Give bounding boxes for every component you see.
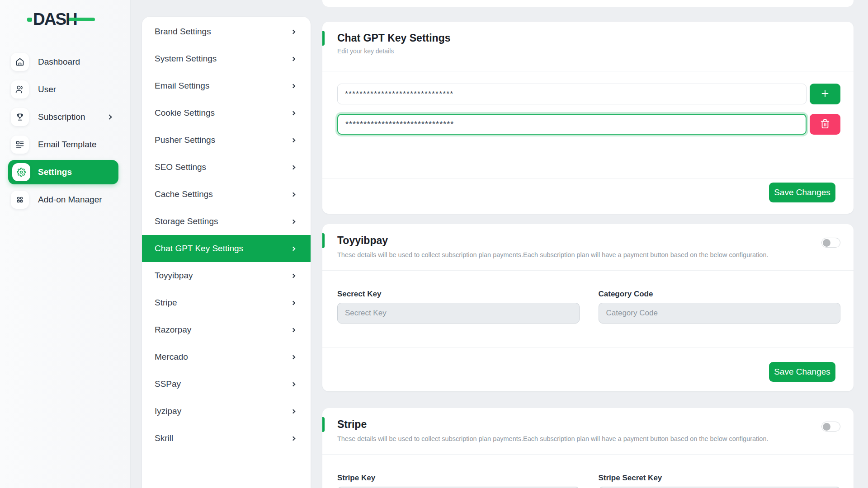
field-label: Secrect Key xyxy=(337,290,580,299)
chevron-right-icon xyxy=(291,246,296,251)
card-accent-bar xyxy=(322,31,325,46)
card-accent-bar xyxy=(322,417,325,432)
menu-item-toyyibpay[interactable]: Toyyibpay xyxy=(142,262,311,289)
card-description: These details will be used to collect su… xyxy=(337,251,840,258)
sidebar-item-label: Settings xyxy=(38,167,72,177)
sidebar-item-addon-manager[interactable]: Add-on Manager xyxy=(0,186,130,213)
sidebar-item-user[interactable]: User xyxy=(0,75,130,103)
menu-item-mercado[interactable]: Mercado xyxy=(142,343,311,371)
menu-item-skrill[interactable]: Skrill xyxy=(142,425,311,452)
trash-icon xyxy=(820,119,830,130)
menu-item-label: Iyzipay xyxy=(155,406,181,416)
stripe-toggle[interactable] xyxy=(821,422,840,432)
chevron-right-icon xyxy=(291,192,296,197)
chevron-right-icon xyxy=(291,84,296,88)
api-key-row xyxy=(337,114,840,135)
api-key-row xyxy=(337,84,840,104)
api-key-input-focused[interactable] xyxy=(337,114,807,135)
gear-icon xyxy=(12,163,30,181)
toyyibpay-card: Toyyibpay These details will be used to … xyxy=(322,224,854,391)
home-icon xyxy=(11,53,29,71)
sidebar-item-label: Subscription xyxy=(38,112,85,122)
chevron-right-icon xyxy=(291,328,296,332)
menu-item-cookie-settings[interactable]: Cookie Settings xyxy=(142,99,311,127)
menu-item-label: Storage Settings xyxy=(155,216,218,226)
chevron-right-icon xyxy=(291,165,296,169)
card-subtitle: Edit your key details xyxy=(337,47,840,55)
delete-key-button[interactable] xyxy=(810,114,840,135)
menu-item-brand-settings[interactable]: Brand Settings xyxy=(142,18,311,45)
toyyibpay-toggle[interactable] xyxy=(821,238,840,248)
card-accent-bar xyxy=(322,233,325,248)
sidebar-item-label: User xyxy=(38,84,56,94)
chevron-right-icon xyxy=(291,138,296,142)
chevron-right-icon xyxy=(291,56,296,61)
template-icon xyxy=(11,136,29,154)
chevron-right-icon xyxy=(291,219,296,224)
menu-item-label: Brand Settings xyxy=(155,27,211,37)
chevron-right-icon xyxy=(291,29,296,34)
menu-item-label: Skrill xyxy=(155,433,173,443)
menu-item-label: Cache Settings xyxy=(155,189,213,199)
sidebar: DASH Dashboard User Subscription xyxy=(0,0,131,488)
menu-item-storage-settings[interactable]: Storage Settings xyxy=(142,208,311,235)
menu-item-chat-gpt-key-settings[interactable]: Chat GPT Key Settings xyxy=(142,235,311,262)
chevron-right-icon xyxy=(291,355,296,359)
card-title: Toyyibpay xyxy=(337,235,388,247)
menu-item-label: Chat GPT Key Settings xyxy=(155,244,243,253)
plus-icon xyxy=(820,89,830,100)
divider xyxy=(322,454,854,455)
sidebar-item-label: Dashboard xyxy=(38,57,80,67)
menu-item-cache-settings[interactable]: Cache Settings xyxy=(142,181,311,208)
menu-item-system-settings[interactable]: System Settings xyxy=(142,45,311,72)
menu-item-seo-settings[interactable]: SEO Settings xyxy=(142,154,311,181)
secret-key-input[interactable] xyxy=(337,303,580,324)
field-label: Stripe Secret Key xyxy=(599,474,841,483)
grid-icon xyxy=(11,191,29,209)
menu-item-label: Stripe xyxy=(155,298,177,308)
card-description: These details will be used to collect su… xyxy=(337,435,840,442)
chevron-right-icon xyxy=(291,111,296,115)
sidebar-item-dashboard[interactable]: Dashboard xyxy=(0,48,130,75)
menu-item-label: SEO Settings xyxy=(155,162,206,172)
chevron-right-icon xyxy=(291,300,296,305)
stripe-card: Stripe These details will be used to col… xyxy=(322,408,854,488)
menu-item-iyzipay[interactable]: Iyzipay xyxy=(142,398,311,425)
toggle-knob xyxy=(823,239,830,247)
settings-menu-panel: Brand Settings System Settings Email Set… xyxy=(142,17,311,488)
menu-item-sspay[interactable]: SSPay xyxy=(142,371,311,398)
previous-card-bottom xyxy=(322,0,854,7)
chevron-right-icon xyxy=(291,436,296,441)
field-label: Stripe Key xyxy=(337,474,580,483)
sidebar-item-settings[interactable]: Settings xyxy=(8,160,118,184)
card-title: Chat GPT Key Settings xyxy=(337,32,840,44)
menu-item-label: Email Settings xyxy=(155,81,209,91)
menu-item-label: Razorpay xyxy=(155,325,191,335)
sidebar-item-email-template[interactable]: Email Template xyxy=(0,131,130,158)
logo-dot-icon xyxy=(27,18,32,22)
chatgpt-key-settings-card: Chat GPT Key Settings Edit your key deta… xyxy=(322,22,854,214)
card-title: Stripe xyxy=(337,418,367,431)
logo-bar-icon xyxy=(69,18,95,21)
menu-item-razorpay[interactable]: Razorpay xyxy=(142,316,311,343)
save-changes-button[interactable]: Save Changes xyxy=(769,362,835,382)
chevron-right-icon xyxy=(291,382,296,386)
toggle-knob xyxy=(823,423,830,431)
menu-item-email-settings[interactable]: Email Settings xyxy=(142,72,311,99)
menu-item-label: Cookie Settings xyxy=(155,108,215,118)
chevron-right-icon xyxy=(291,273,296,278)
divider xyxy=(322,270,854,271)
category-code-input[interactable] xyxy=(599,303,841,324)
add-key-button[interactable] xyxy=(810,84,840,104)
field-label: Category Code xyxy=(599,290,841,299)
brand-logo[interactable]: DASH xyxy=(33,10,101,28)
menu-item-label: SSPay xyxy=(155,379,181,389)
menu-item-stripe[interactable]: Stripe xyxy=(142,289,311,316)
trophy-icon xyxy=(11,108,29,126)
menu-item-pusher-settings[interactable]: Pusher Settings xyxy=(142,127,311,154)
sidebar-item-subscription[interactable]: Subscription xyxy=(0,103,130,131)
api-key-input[interactable] xyxy=(337,84,807,104)
save-changes-button[interactable]: Save Changes xyxy=(769,183,835,202)
menu-item-label: Toyyibpay xyxy=(155,271,193,281)
menu-item-label: Pusher Settings xyxy=(155,135,215,145)
